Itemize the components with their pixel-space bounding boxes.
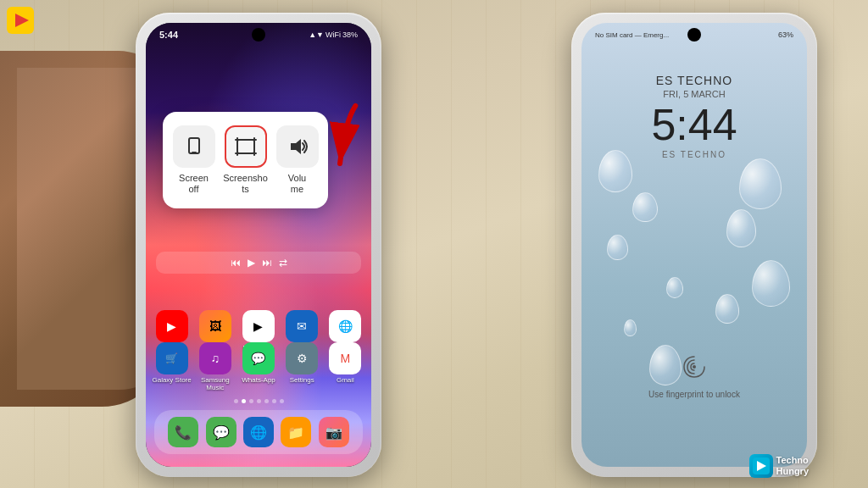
media-player-bar: ⏮ ▶ ⏭ ⇄: [156, 252, 361, 274]
screenshots-label: Screenshots: [223, 173, 268, 195]
volume-label: Volume: [288, 173, 306, 195]
droplet-8: [624, 319, 637, 336]
chrome-icon: 🌐: [329, 310, 361, 342]
lock-time: 5:44: [581, 103, 807, 147]
dot-4: [257, 399, 261, 403]
app-whatsapp[interactable]: 💬 Whats-App: [237, 342, 279, 392]
samsungmusic-icon: ♫: [199, 342, 231, 374]
play-icon[interactable]: ▶: [248, 257, 255, 269]
page-dots: [146, 399, 371, 403]
dock-browser[interactable]: 🌐: [243, 417, 274, 447]
status-sim-info: No SIM card — Emerg...: [595, 31, 669, 39]
dock-messages[interactable]: 💬: [206, 417, 236, 447]
lock-brand: ES TECHNO: [581, 74, 807, 87]
svg-point-15: [693, 365, 696, 369]
dot-3: [249, 399, 253, 403]
camera-notch-right: [687, 28, 701, 42]
shuffle-icon[interactable]: ⇄: [279, 257, 287, 269]
battery-left: 38%: [342, 30, 358, 39]
lock-screen-content: ES TECHNO FRI, 5 MARCH 5:44 ES TECHNO: [581, 74, 807, 159]
dot-1: [234, 399, 238, 403]
dock-camera[interactable]: 📷: [319, 417, 349, 447]
next-icon[interactable]: ⏭: [262, 257, 272, 269]
technohungry-icon: [749, 454, 773, 478]
media-controls: ⏮ ▶ ⏭ ⇄: [164, 257, 353, 269]
battery-right: 63%: [778, 30, 793, 39]
svg-rect-4: [237, 140, 254, 153]
galaxystore-icon: 🛒: [156, 342, 188, 374]
prev-icon[interactable]: ⏮: [231, 257, 241, 269]
popup-screenshots[interactable]: Screenshots: [223, 125, 268, 195]
app-dock: 📞 💬 🌐 📁 📷: [154, 410, 363, 454]
droplet-5: [726, 209, 756, 247]
playstore-icon: ▶: [242, 310, 275, 342]
gallery-icon: 🖼: [199, 310, 231, 342]
logo-top-left: [7, 7, 34, 34]
phone-left-screen: 5:44 ▲▼ WiFi 38% Screenoff: [146, 23, 371, 467]
app-settings[interactable]: ⚙ Settings: [281, 342, 323, 392]
dot-6: [272, 399, 276, 403]
lock-date: FRI, 5 MARCH: [581, 89, 807, 99]
samsungmusic-label: Samsung Music: [194, 377, 236, 392]
signal-icon: ▲▼: [309, 30, 324, 39]
status-icons-left: ▲▼ WiFi 38%: [309, 30, 358, 39]
settings-icon: ⚙: [286, 342, 318, 374]
status-time-left: 5:44: [159, 30, 178, 40]
dock-phone[interactable]: 📞: [168, 417, 198, 447]
droplet-4: [607, 235, 628, 260]
dot-7: [280, 399, 284, 403]
email-icon: ✉: [286, 310, 318, 342]
galaxystore-label: Galaxy Store: [152, 377, 191, 385]
gmail-label: Gmail: [337, 377, 354, 385]
youtube-icon: ▶: [156, 310, 188, 342]
fingerprint-label: Use fingerprint to unlock: [581, 390, 807, 399]
gmail-icon: M: [329, 342, 361, 374]
technohungry-label: Techno Hungry: [776, 455, 810, 477]
status-icons-right: 63%: [778, 30, 793, 39]
dock-files[interactable]: 📁: [281, 417, 311, 447]
wifi-icon: WiFi: [326, 30, 341, 39]
lock-brand-sub: ES TECHNO: [581, 150, 807, 159]
whatsapp-label: Whats-App: [242, 377, 275, 385]
dot-5: [264, 399, 269, 403]
droplet-2: [632, 192, 658, 222]
app-galaxystore[interactable]: 🛒 Galaxy Store: [151, 342, 192, 392]
screenshots-icon: [225, 125, 267, 168]
screen-off-label: Screenoff: [179, 173, 209, 195]
dot-2: [242, 399, 246, 403]
app-grid-row2: 🛒 Galaxy Store ♫ Samsung Music 💬 Whats-A…: [146, 342, 371, 392]
svg-rect-3: [192, 152, 197, 153]
settings-label: Settings: [290, 377, 314, 385]
whatsapp-icon: 💬: [242, 342, 275, 374]
phone-right-screen: No SIM card — Emerg... 63% ES TECHNO FRI…: [581, 23, 807, 467]
droplet-6: [666, 277, 683, 298]
phone-right: No SIM card — Emerg... 63% ES TECHNO FRI…: [571, 13, 817, 477]
popup-screen-off[interactable]: Screenoff: [171, 125, 216, 195]
screen-off-icon: [173, 125, 215, 168]
camera-notch-left: [252, 28, 265, 42]
app-gmail[interactable]: M Gmail: [325, 342, 366, 392]
fingerprint-area[interactable]: Use fingerprint to unlock: [581, 354, 807, 399]
droplet-9: [715, 294, 739, 324]
phone-left: 5:44 ▲▼ WiFi 38% Screenoff: [136, 13, 381, 477]
svg-rect-2: [189, 138, 199, 153]
fingerprint-icon: [581, 354, 807, 385]
logo-bottom-right: Techno Hungry: [749, 454, 810, 478]
app-samsungmusic[interactable]: ♫ Samsung Music: [194, 342, 236, 392]
